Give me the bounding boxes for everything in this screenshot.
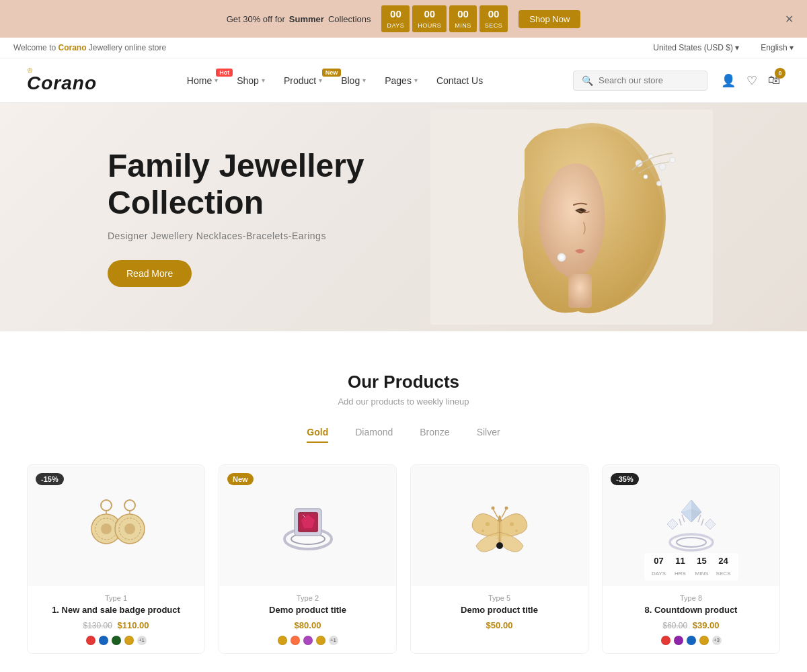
logo-text: Corano bbox=[27, 73, 97, 94]
product-name-1: 1. New and sale badge product bbox=[37, 605, 195, 616]
svg-point-35 bbox=[491, 507, 494, 510]
read-more-button[interactable]: Read More bbox=[108, 260, 192, 287]
color-dot[interactable] bbox=[291, 636, 300, 645]
svg-point-11 bbox=[657, 181, 662, 186]
butterfly-svg bbox=[459, 485, 540, 566]
product-card-4[interactable]: -35% bbox=[602, 464, 780, 654]
svg-point-8 bbox=[659, 163, 666, 170]
tab-silver[interactable]: Silver bbox=[477, 427, 500, 443]
chevron-blog: ▾ bbox=[362, 77, 366, 84]
product-name-4: 8. Countdown product bbox=[612, 605, 770, 616]
price-current-2: $80.00 bbox=[295, 620, 321, 630]
nav-shop[interactable]: Shop ▾ bbox=[237, 75, 265, 86]
product-card-3[interactable]: Type 5 Demo product title $50.00 bbox=[410, 464, 588, 654]
svg-marker-51 bbox=[705, 519, 716, 530]
color-dot[interactable] bbox=[699, 636, 709, 645]
main-nav: Home Hot ▾ Shop ▾ Product New ▾ Blog ▾ P… bbox=[187, 75, 483, 86]
products-section: Our Products Add our products to weekly … bbox=[0, 331, 807, 672]
product-badge-2: New bbox=[227, 473, 254, 485]
tab-gold[interactable]: Gold bbox=[307, 427, 328, 443]
nav-home[interactable]: Home Hot ▾ bbox=[187, 75, 218, 86]
color-dot[interactable] bbox=[112, 636, 121, 645]
country-selector[interactable]: United States (USD $) ▾ bbox=[653, 43, 739, 52]
announcement-text: Get 30% off for Summer Collections bbox=[227, 14, 371, 24]
svg-point-40 bbox=[677, 538, 706, 547]
product-colors-4: +3 bbox=[612, 636, 770, 645]
svg-point-17 bbox=[124, 500, 135, 511]
svg-point-37 bbox=[504, 507, 508, 510]
svg-point-5 bbox=[560, 255, 564, 259]
svg-point-9 bbox=[644, 175, 648, 179]
nav-blog[interactable]: Blog ▾ bbox=[341, 75, 366, 86]
hero-image bbox=[417, 110, 726, 325]
wishlist-icon-button[interactable]: ♡ bbox=[746, 73, 757, 88]
svg-marker-50 bbox=[667, 519, 678, 530]
search-icon: 🔍 bbox=[582, 75, 593, 86]
svg-rect-2 bbox=[568, 274, 592, 308]
product-type-3: Type 5 bbox=[420, 594, 578, 602]
product-type-2: Type 2 bbox=[229, 594, 387, 602]
nav-pages[interactable]: Pages ▾ bbox=[385, 75, 418, 86]
shop-now-button[interactable]: Shop Now bbox=[518, 10, 580, 28]
logo[interactable]: ♔ Corano bbox=[27, 67, 97, 94]
color-dot[interactable] bbox=[661, 636, 670, 645]
hero-content: Family Jewellery Collection Designer Jew… bbox=[108, 147, 417, 287]
header-icons: 👤 ♡ 🛍 0 bbox=[721, 73, 780, 88]
close-announcement-button[interactable]: ✕ bbox=[785, 13, 794, 26]
product-image-2: New bbox=[219, 465, 396, 586]
price-original-4: $60.00 bbox=[662, 621, 687, 630]
hero-subtitle: Designer Jewellery Necklaces-Bracelets-E… bbox=[108, 230, 417, 241]
header: ♔ Corano Home Hot ▾ Shop ▾ Product New ▾… bbox=[0, 58, 807, 103]
svg-point-31 bbox=[482, 530, 484, 532]
earrings-svg bbox=[76, 485, 157, 566]
chevron-pages: ▾ bbox=[414, 77, 418, 84]
language-selector[interactable]: English ▾ bbox=[761, 43, 794, 52]
announcement-prefix: Get 30% off for bbox=[227, 14, 285, 24]
tab-bronze[interactable]: Bronze bbox=[420, 427, 449, 443]
hot-badge: Hot bbox=[216, 69, 233, 77]
product-price-2: $80.00 bbox=[229, 620, 387, 630]
color-dot[interactable] bbox=[316, 636, 325, 645]
svg-point-33 bbox=[515, 530, 518, 532]
svg-line-36 bbox=[502, 509, 506, 517]
account-icon-button[interactable]: 👤 bbox=[721, 73, 736, 88]
product-image-3 bbox=[411, 465, 588, 586]
color-dot[interactable] bbox=[86, 636, 95, 645]
color-more[interactable]: +3 bbox=[712, 636, 722, 645]
color-dot[interactable] bbox=[99, 636, 108, 645]
color-dot[interactable] bbox=[124, 636, 134, 645]
color-dot[interactable] bbox=[674, 636, 683, 645]
countdown-mins: 00 MINS bbox=[449, 5, 477, 32]
product-info-1: Type 1 1. New and sale badge product $13… bbox=[28, 586, 204, 653]
section-subtitle: Add our products to weekly lineup bbox=[27, 396, 780, 407]
hero-image-svg bbox=[430, 110, 713, 325]
search-bar[interactable]: 🔍 bbox=[573, 71, 707, 91]
welcome-bar: Welcome to Corano Jewellery online store… bbox=[0, 38, 807, 58]
svg-point-16 bbox=[101, 523, 112, 534]
svg-point-30 bbox=[486, 522, 490, 526]
product-card-1[interactable]: -15% Type 1 1. New a bbox=[27, 464, 205, 654]
color-more[interactable]: +1 bbox=[137, 636, 147, 645]
countdown-boxes: 00 DAYS 00 HOURS 00 MINS 00 SECS bbox=[381, 5, 508, 32]
nav-contact[interactable]: Contact Us bbox=[436, 75, 483, 86]
mini-count-mins: 15 MINS bbox=[693, 556, 712, 578]
product-info-4: Type 8 8. Countdown product $60.00 $39.0… bbox=[603, 586, 779, 653]
countdown-days: 00 DAYS bbox=[381, 5, 410, 32]
price-original-1: $130.00 bbox=[83, 621, 112, 630]
svg-line-43 bbox=[682, 515, 685, 522]
ring-ruby-svg bbox=[268, 485, 348, 566]
nav-product[interactable]: Product New ▾ bbox=[284, 75, 322, 86]
svg-line-41 bbox=[679, 519, 681, 526]
tab-diamond[interactable]: Diamond bbox=[355, 427, 393, 443]
hero-title: Family Jewellery Collection bbox=[108, 147, 417, 221]
color-dot[interactable] bbox=[687, 636, 696, 645]
countdown-secs: 00 SECS bbox=[479, 5, 508, 32]
announcement-suffix: Collections bbox=[328, 14, 371, 24]
cart-count-badge: 0 bbox=[775, 68, 785, 79]
search-input[interactable] bbox=[599, 75, 699, 85]
color-dot[interactable] bbox=[303, 636, 313, 645]
color-more[interactable]: +1 bbox=[329, 636, 338, 645]
product-card-2[interactable]: New Type 2 Demo product title bbox=[219, 464, 397, 654]
cart-icon-button[interactable]: 🛍 0 bbox=[768, 73, 780, 87]
color-dot[interactable] bbox=[278, 636, 287, 645]
